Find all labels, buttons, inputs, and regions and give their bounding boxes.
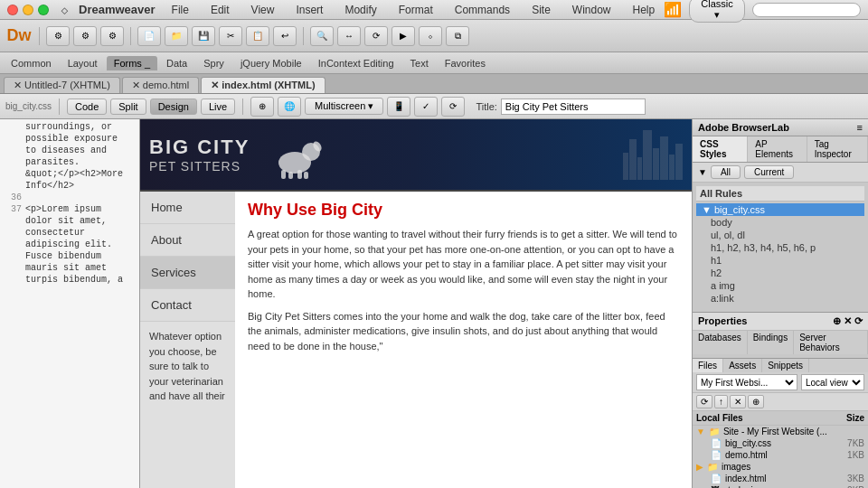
code-btn[interactable]: Code <box>67 99 107 115</box>
search-input[interactable] <box>752 3 861 17</box>
split-btn[interactable]: Split <box>110 99 146 115</box>
filter-all-btn[interactable]: All <box>711 165 741 179</box>
file-label: images <box>722 462 750 472</box>
view-select[interactable]: Local view <box>801 374 864 390</box>
local-site-select[interactable]: My First Websi... <box>696 374 797 390</box>
toolbar-btn-10[interactable]: 🔍 <box>310 26 334 46</box>
files-btn-2[interactable]: ↑ <box>714 395 728 408</box>
properties-section: Properties ⊕ ✕ ⟳ Databases Bindings Serv… <box>693 312 868 354</box>
files-btn-4[interactable]: ⊕ <box>748 395 764 408</box>
file-label: Site - My First Website (... <box>723 427 827 436</box>
minimize-button[interactable] <box>23 5 33 15</box>
refresh-btn[interactable]: ⟳ <box>441 97 465 117</box>
tab-assets[interactable]: Assets <box>723 359 762 372</box>
menu-edit[interactable]: Edit <box>207 2 233 18</box>
file-row-site[interactable]: ▼ 📁 Site - My First Website (... <box>693 426 868 437</box>
design-btn[interactable]: Design <box>150 99 197 115</box>
nav-about[interactable]: About <box>140 224 235 257</box>
menu-window[interactable]: Window <box>569 2 615 18</box>
rule-a-link[interactable]: a:link <box>696 292 864 305</box>
rule-a-img[interactable]: a img <box>696 279 864 292</box>
menu-format[interactable]: Format <box>395 2 437 18</box>
tab-favorites[interactable]: Favorites <box>438 56 493 70</box>
toolbar-btn-3[interactable]: ⚙ <box>100 26 124 46</box>
toolbar-btn-1[interactable]: ⚙ <box>46 26 70 46</box>
phone-btn[interactable]: 📱 <box>387 97 410 117</box>
toolbar-btn-5[interactable]: 📁 <box>165 26 188 46</box>
title-input[interactable] <box>501 99 646 115</box>
file-row-images[interactable]: ▶ 📁 images <box>693 461 868 473</box>
zoom-button[interactable] <box>38 5 49 15</box>
rule-body[interactable]: body <box>696 216 864 229</box>
toolbar-btn-15[interactable]: ⧉ <box>446 26 469 46</box>
rule-lists[interactable]: ul, ol, dl <box>696 229 864 241</box>
doc-tab-untitled[interactable]: ✕ Untitled-7 (XHTML) <box>4 77 120 93</box>
tab-server-behaviors[interactable]: Server Behaviors <box>794 331 868 354</box>
inspect-btn[interactable]: ⊕ <box>250 97 274 117</box>
toolbar-btn-9[interactable]: ↩ <box>273 26 297 46</box>
tab-databases[interactable]: Databases <box>693 331 748 354</box>
rules-header: All Rules <box>696 186 864 202</box>
tab-common[interactable]: Common <box>4 56 59 70</box>
files-btn-1[interactable]: ⟳ <box>696 395 712 408</box>
toolbar-btn-4[interactable]: 📄 <box>137 26 161 46</box>
nav-services[interactable]: Services <box>140 257 235 289</box>
nav-extra: Whatever option you choose, be sure to t… <box>140 322 235 411</box>
menu-view[interactable]: View <box>248 2 278 18</box>
file-row-css[interactable]: 📄 big_city.css 7KB <box>693 437 868 449</box>
toolbar-btn-12[interactable]: ⟳ <box>364 26 388 46</box>
toolbar-btn-6[interactable]: 💾 <box>192 26 215 46</box>
tab-files[interactable]: Files <box>693 359 723 372</box>
file-row-index[interactable]: 📄 index.html 3KB <box>693 473 868 484</box>
browser-btn[interactable]: 🌐 <box>278 97 301 117</box>
tab-snippets[interactable]: Snippets <box>762 359 809 372</box>
filter-current-btn[interactable]: Current <box>744 165 794 179</box>
tab-ap-elements[interactable]: AP Elements <box>748 136 807 162</box>
menu-help[interactable]: Help <box>629 2 659 18</box>
rule-headings[interactable]: h1, h2, h3, h4, h5, h6, p <box>696 241 864 254</box>
menu-modify[interactable]: Modify <box>341 2 380 18</box>
menu-file[interactable]: File <box>168 2 193 18</box>
file-row-demo[interactable]: 📄 demo.html 1KB <box>693 449 868 461</box>
toolbar-btn-13[interactable]: ▶ <box>392 26 415 46</box>
nav-contact[interactable]: Contact <box>140 289 235 322</box>
toolbar-btn-11[interactable]: ↔ <box>337 26 361 46</box>
validate-btn[interactable]: ✓ <box>414 97 438 117</box>
prop-icon-3[interactable]: ⟳ <box>854 315 863 327</box>
rule-h2[interactable]: h2 <box>696 267 864 279</box>
tab-bindings[interactable]: Bindings <box>748 331 794 354</box>
content-para-1: A great option for those wanting to trav… <box>248 227 679 302</box>
expand-icon: ▶ <box>696 462 703 472</box>
multiscreen-btn[interactable]: Multiscreen ▾ <box>305 98 383 115</box>
rule-h1[interactable]: h1 <box>696 254 864 267</box>
toolbar-btn-14[interactable]: ⬦ <box>419 26 442 46</box>
nav-home[interactable]: Home <box>140 192 235 224</box>
close-button[interactable] <box>7 5 18 15</box>
doc-tab-demo[interactable]: ✕ demo.html <box>122 77 199 93</box>
prop-icon-1[interactable]: ⊕ <box>833 315 841 327</box>
classic-button[interactable]: Classic ▾ <box>689 0 745 23</box>
tab-incontext[interactable]: InContext Editing <box>311 56 401 70</box>
files-btn-3[interactable]: ✕ <box>730 395 746 408</box>
toolbar-btn-2[interactable]: ⚙ <box>73 26 97 46</box>
tab-jquery-mobile[interactable]: jQuery Mobile <box>233 56 309 70</box>
tab-layout[interactable]: Layout <box>61 56 105 70</box>
tab-data[interactable]: Data <box>159 56 194 70</box>
tab-forms[interactable]: Forms _ <box>107 56 157 70</box>
menu-insert[interactable]: Insert <box>292 2 326 18</box>
menu-site[interactable]: Site <box>528 2 554 18</box>
separator <box>242 99 243 115</box>
prop-icon-2[interactable]: ✕ <box>844 315 852 327</box>
rule-big-city-css[interactable]: ▼ big_city.css <box>696 203 864 216</box>
tab-text[interactable]: Text <box>403 56 436 70</box>
doc-tab-index[interactable]: ✕ index.html (XHTML) <box>201 77 325 93</box>
tab-spry[interactable]: Spry <box>196 56 231 70</box>
file-row-starbg[interactable]: 🖼 starbg.jpg 2KB <box>693 484 868 488</box>
menu-commands[interactable]: Commands <box>451 2 514 18</box>
toolbar-btn-8[interactable]: 📋 <box>246 26 269 46</box>
tab-tag-inspector[interactable]: Tag Inspector <box>807 136 868 162</box>
live-btn[interactable]: Live <box>201 99 235 115</box>
toolbar-btn-7[interactable]: ✂ <box>219 26 242 46</box>
site-logo-sub: PET SITTERS <box>149 159 241 174</box>
tab-css-styles[interactable]: CSS Styles <box>693 136 748 162</box>
